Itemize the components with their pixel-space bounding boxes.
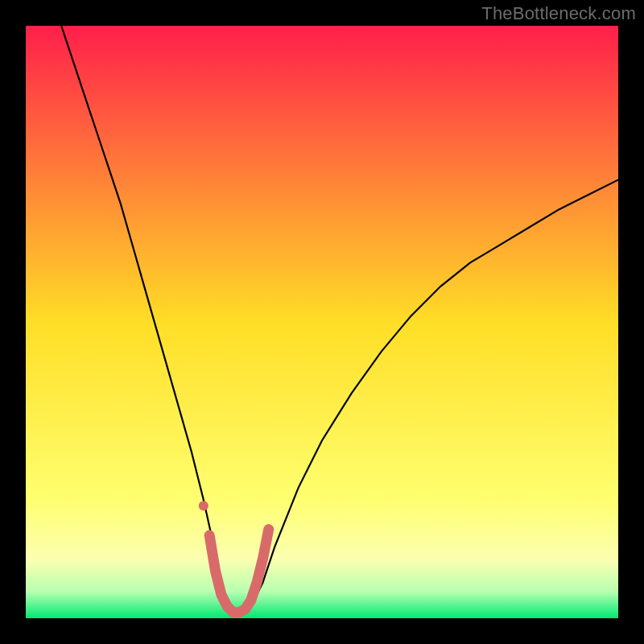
sweet-spot-dot — [199, 501, 208, 510]
watermark-text: TheBottleneck.com — [481, 3, 636, 24]
bottleneck-chart — [26, 26, 618, 618]
chart-frame: TheBottleneck.com — [0, 0, 644, 644]
chart-background — [26, 26, 618, 618]
